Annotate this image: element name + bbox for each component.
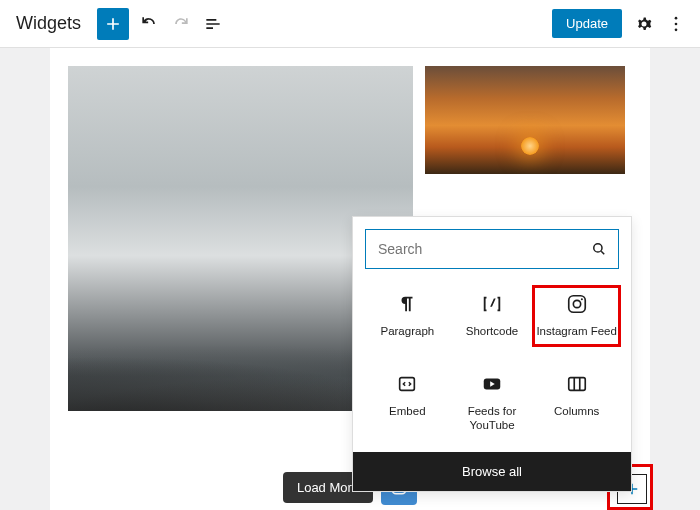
block-search[interactable] <box>365 229 619 269</box>
block-label: Embed <box>389 405 425 419</box>
editor-canvas: Load More Paragraph Shortcode Instagram … <box>50 48 650 510</box>
redo-icon <box>171 14 191 34</box>
gear-icon <box>634 14 654 34</box>
block-label: Feeds for YouTube <box>452 405 533 433</box>
block-label: Shortcode <box>466 325 518 339</box>
list-view-button[interactable] <box>197 8 229 40</box>
block-label: Columns <box>554 405 599 419</box>
svg-rect-10 <box>400 377 415 390</box>
block-embed[interactable]: Embed <box>365 367 450 439</box>
block-label: Paragraph <box>380 325 434 339</box>
add-block-button[interactable] <box>97 8 129 40</box>
block-inserter-popover: Paragraph Shortcode Instagram Feed Embed… <box>352 216 632 492</box>
plus-icon <box>103 14 123 34</box>
svg-point-6 <box>594 244 602 252</box>
options-button[interactable] <box>660 8 692 40</box>
block-shortcode[interactable]: Shortcode <box>450 287 535 345</box>
block-instagram-feed[interactable]: Instagram Feed <box>534 287 619 345</box>
block-feeds-youtube[interactable]: Feeds for YouTube <box>450 367 535 439</box>
undo-button[interactable] <box>133 8 165 40</box>
svg-rect-12 <box>568 377 585 390</box>
browse-all-button[interactable]: Browse all <box>353 452 631 491</box>
svg-point-9 <box>581 298 583 300</box>
svg-point-8 <box>573 300 580 307</box>
block-grid: Paragraph Shortcode Instagram Feed Embed… <box>353 281 631 452</box>
svg-point-2 <box>675 28 678 31</box>
search-icon <box>590 240 608 258</box>
block-search-input[interactable] <box>376 240 590 258</box>
columns-icon <box>566 373 588 395</box>
settings-button[interactable] <box>628 8 660 40</box>
kebab-icon <box>666 14 686 34</box>
image-sunset[interactable] <box>425 66 625 174</box>
redo-button[interactable] <box>165 8 197 40</box>
block-label: Instagram Feed <box>536 325 617 339</box>
paragraph-icon <box>396 293 418 315</box>
instagram-icon <box>566 293 588 315</box>
block-columns[interactable]: Columns <box>534 367 619 439</box>
embed-icon <box>396 373 418 395</box>
top-toolbar: Widgets Update <box>0 0 700 48</box>
undo-icon <box>139 14 159 34</box>
youtube-icon <box>481 373 503 395</box>
svg-point-0 <box>675 16 678 19</box>
svg-rect-7 <box>568 296 585 313</box>
svg-point-1 <box>675 22 678 25</box>
list-view-icon <box>203 14 223 34</box>
shortcode-icon <box>481 293 503 315</box>
update-button[interactable]: Update <box>552 9 622 38</box>
page-title: Widgets <box>8 13 93 34</box>
block-paragraph[interactable]: Paragraph <box>365 287 450 345</box>
